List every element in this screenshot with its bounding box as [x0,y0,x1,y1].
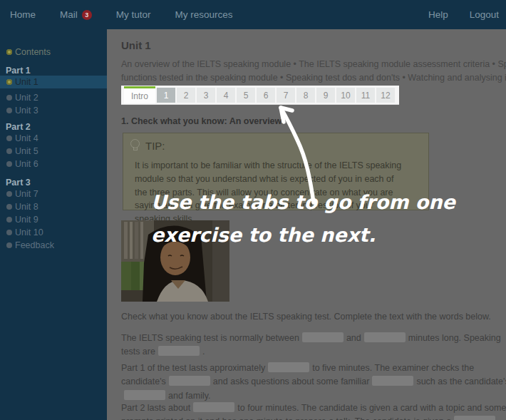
tab-4[interactable]: 4 [217,88,235,103]
tab-intro[interactable]: Intro [124,86,155,103]
bullet-icon [6,242,12,248]
fill-blank-input[interactable] [193,402,234,412]
bullet-icon [6,204,12,210]
nav-mail-label: Mail [60,9,78,20]
sidebar-item-label: Unit 8 [15,202,38,212]
bullet-icon [6,49,12,55]
sidebar-item-label: Unit 7 [15,189,38,199]
fill-blank-paragraph-2: Part 1 of the test lasts approximatelyto… [121,362,506,403]
fill-blank-input[interactable] [454,416,495,420]
nav-my-resources[interactable]: My resources [175,9,233,20]
sidebar-item-contents[interactable]: Contents [0,46,107,58]
tab-3[interactable]: 3 [197,88,215,103]
nav-help[interactable]: Help [428,9,448,20]
paragraph-text: Part 2 lasts about [121,403,190,413]
sidebar-item-unit3[interactable]: Unit 3 [0,104,107,117]
sidebar-item-unit7[interactable]: Unit 7 [0,188,107,200]
sidebar-item-feedback[interactable]: Feedback [0,239,107,252]
nav-my-resources-label: My resources [175,9,233,20]
exercise-tab-bar: Intro 1 2 3 4 5 6 7 8 9 10 11 12 [121,86,399,105]
fill-blank-input[interactable] [169,376,210,386]
tab-11[interactable]: 11 [356,88,375,103]
sidebar-item-label: Unit 5 [15,146,38,156]
sidebar-item-label: Unit 9 [15,215,38,225]
bullet-icon [6,95,12,101]
paragraph-text: Part 1 of the test lasts approximately [121,363,265,373]
bullet-icon [6,148,12,154]
bullet-icon [6,161,12,167]
bullet-icon [6,135,12,141]
fill-blank-input[interactable] [364,332,406,342]
fill-blank-input[interactable] [372,376,413,386]
sidebar-item-label: Unit 2 [15,93,38,103]
tab-12[interactable]: 12 [376,88,395,103]
page-title: Unit 1 [121,39,151,51]
tab-10[interactable]: 10 [336,88,355,103]
sidebar-item-label: Unit 10 [15,227,43,237]
nav-home[interactable]: Home [10,9,36,20]
exercise-instruction: Check what you know about the IELTS spea… [121,312,506,322]
sidebar-item-unit10[interactable]: Unit 10 [0,226,107,239]
lightbulb-icon [130,139,140,152]
bullet-icon [6,79,12,85]
paragraph-text: The IELTS speaking test is normally betw… [121,333,299,343]
nav-logout[interactable]: Logout [470,9,499,20]
sidebar-item-label: Unit 1 [15,77,38,87]
elearning-app: Home Mail 3 My tutor My resources Help L… [0,0,506,420]
sidebar-item-unit8[interactable]: Unit 8 [0,200,107,213]
tip-box: TIP: It is important to be familiar with… [123,133,429,210]
interviewee-photo [121,220,229,302]
fill-blank-paragraph-3: Part 2 lasts aboutto four minutes. The c… [121,401,506,420]
bullet-icon [6,191,12,197]
paragraph-text: and asks questions about some familiar [213,377,370,386]
bullet-icon [6,108,12,113]
mail-count-badge: 3 [82,10,92,20]
nav-logout-label: Logout [470,9,499,20]
sidebar-item-unit1[interactable]: Unit 1 [0,76,107,88]
nav-mail[interactable]: Mail 3 [60,9,92,20]
fill-blank-paragraph-1: The IELTS speaking test is normally betw… [121,332,506,359]
tab-7[interactable]: 7 [277,88,295,103]
nav-help-label: Help [428,9,448,20]
sidebar-item-label: Unit 3 [15,106,38,116]
sidebar-item-unit6[interactable]: Unit 6 [0,158,107,170]
sidebar-item-unit4[interactable]: Unit 4 [0,132,107,145]
tip-title: TIP: [145,140,165,152]
paragraph-text: and [346,333,361,343]
fill-blank-input[interactable] [158,346,200,356]
sidebar-item-unit9[interactable]: Unit 9 [0,213,107,226]
exercise-heading: 1. Check what you know: An overview. [121,116,284,126]
sidebar-item-unit5[interactable]: Unit 5 [0,145,107,158]
main-content: Unit 1 An overview of the IELTS speaking… [107,29,506,420]
paragraph-text: . [202,347,205,357]
bullet-icon [6,217,12,222]
sidebar: Contents Part 1 Unit 1 Unit 2 Unit 3 Par… [0,29,107,420]
tip-body: It is important to be familiar with the … [135,159,406,226]
tab-1[interactable]: 1 [157,88,175,103]
tab-9[interactable]: 9 [316,88,335,103]
sidebar-item-label: Unit 4 [15,133,38,143]
fill-blank-input[interactable] [268,362,309,372]
paragraph-text: and family. [168,391,211,401]
top-nav: Home Mail 3 My tutor My resources Help L… [0,0,506,29]
tab-2[interactable]: 2 [177,88,195,103]
unit-description: An overview of the IELTS speaking module… [121,58,506,86]
fill-blank-input[interactable] [302,332,344,342]
tab-6[interactable]: 6 [257,88,275,103]
sidebar-item-label: Feedback [15,240,54,250]
sidebar-item-unit2[interactable]: Unit 2 [0,91,107,104]
fill-blank-input[interactable] [124,390,165,400]
tip-header: TIP: [130,139,165,152]
tab-5[interactable]: 5 [237,88,255,103]
sidebar-item-label: Contents [15,47,51,57]
tab-8[interactable]: 8 [296,88,315,103]
nav-my-tutor-label: My tutor [116,9,151,20]
bullet-icon [6,230,12,235]
nav-home-label: Home [10,9,36,20]
sidebar-item-label: Unit 6 [15,159,38,169]
paragraph-text: such as the candidate's [416,377,506,386]
nav-my-tutor[interactable]: My tutor [116,9,151,20]
